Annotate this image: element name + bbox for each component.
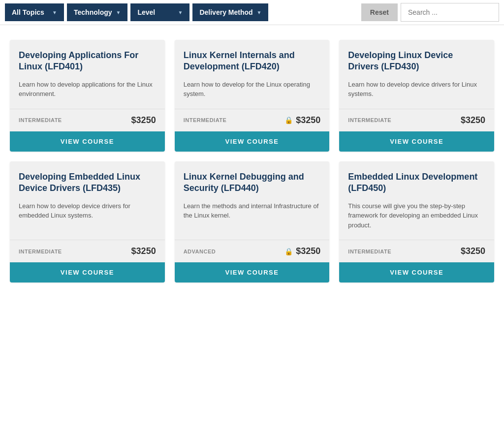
course-card-footer: INTERMEDIATE $3250 [339,240,494,262]
course-level: INTERMEDIATE [19,117,62,123]
course-level: INTERMEDIATE [19,249,62,254]
course-price: $3250 [296,115,320,125]
course-card-body: Linux Kernel Internals and Development (… [175,40,330,109]
course-price-wrap: 🔒 $3250 [284,115,320,125]
course-card-body: Developing Linux Device Drivers (LFD430)… [339,40,494,109]
course-title: Developing Embedded Linux Device Drivers… [19,171,156,194]
course-title: Linux Kernel Debugging and Security (LFD… [184,171,321,194]
course-card-footer: INTERMEDIATE $3250 [10,109,165,131]
view-course-button[interactable]: VIEW COURSE [175,262,330,282]
course-card-lfd401: Developing Applications For Linux (LFD40… [10,40,165,152]
course-price-wrap: $3250 [461,246,485,256]
course-card-body: Developing Applications For Linux (LFD40… [10,40,165,109]
filter-dropdown-technology[interactable]: Technology▼ [67,3,127,21]
course-level: ADVANCED [184,249,216,254]
course-description: Learn the methods and internal Infrastru… [184,201,321,220]
filter-dropdown-level[interactable]: Level▼ [130,3,189,21]
reset-button[interactable]: Reset [361,3,398,21]
course-card-lfd435: Developing Embedded Linux Device Drivers… [10,161,165,282]
course-title: Linux Kernel Internals and Development (… [184,50,321,73]
course-price-wrap: $3250 [461,115,485,125]
lock-icon: 🔒 [284,248,293,255]
course-card-footer: ADVANCED 🔒 $3250 [175,240,330,262]
view-course-button[interactable]: VIEW COURSE [10,262,165,282]
filter-label: All Topics [12,8,44,16]
view-course-button[interactable]: VIEW COURSE [339,262,494,282]
course-price: $3250 [461,115,485,125]
course-card-footer: INTERMEDIATE $3250 [339,109,494,131]
chevron-down-icon: ▼ [52,10,57,15]
course-card-lfd430: Developing Linux Device Drivers (LFD430)… [339,40,494,152]
course-card-lfd420: Linux Kernel Internals and Development (… [175,40,330,152]
filter-label: Level [137,8,155,16]
course-price: $3250 [461,246,485,256]
lock-icon: 🔒 [284,116,293,124]
filter-label: Delivery Method [199,8,252,16]
course-title: Embedded Linux Development (LFD450) [348,171,485,194]
search-input[interactable] [401,3,499,22]
course-price-wrap: 🔒 $3250 [284,246,320,256]
view-course-button[interactable]: VIEW COURSE [339,131,494,152]
course-description: Learn how to develop device drivers for … [19,201,156,220]
view-course-button[interactable]: VIEW COURSE [10,131,165,152]
course-card-lfd440: Linux Kernel Debugging and Security (LFD… [175,161,330,282]
course-description: Learn how to develop applications for th… [19,80,156,99]
course-title: Developing Applications For Linux (LFD40… [19,50,156,73]
course-price: $3250 [131,246,156,256]
course-level: INTERMEDIATE [348,117,391,123]
course-description: Learn how to develop device drivers for … [348,80,485,99]
course-grid: Developing Applications For Linux (LFD40… [0,25,504,297]
chevron-down-icon: ▼ [178,10,183,15]
chevron-down-icon: ▼ [257,10,262,15]
course-price-wrap: $3250 [131,115,156,125]
course-card-lfd450: Embedded Linux Development (LFD450) This… [339,161,494,282]
course-card-body: Linux Kernel Debugging and Security (LFD… [175,161,330,240]
course-level: INTERMEDIATE [184,117,227,123]
filter-label: Technology [74,8,112,16]
course-price-wrap: $3250 [131,246,156,256]
filter-dropdown-delivery-method[interactable]: Delivery Method▼ [192,3,268,21]
course-title: Developing Linux Device Drivers (LFD430) [348,50,485,73]
course-description: This course will give you the step-by-st… [348,201,485,230]
course-card-footer: INTERMEDIATE 🔒 $3250 [175,109,330,131]
view-course-button[interactable]: VIEW COURSE [175,131,330,152]
course-level: INTERMEDIATE [348,249,391,254]
course-card-body: Developing Embedded Linux Device Drivers… [10,161,165,240]
course-description: Learn how to develop for the Linux opera… [184,80,321,99]
course-price: $3250 [131,115,156,125]
filter-dropdown-all-topics[interactable]: All Topics▼ [5,3,64,21]
course-card-footer: INTERMEDIATE $3250 [10,240,165,262]
chevron-down-icon: ▼ [116,10,121,15]
filter-bar: All Topics▼Technology▼Level▼Delivery Met… [0,0,504,25]
course-price: $3250 [296,246,320,256]
course-card-body: Embedded Linux Development (LFD450) This… [339,161,494,240]
